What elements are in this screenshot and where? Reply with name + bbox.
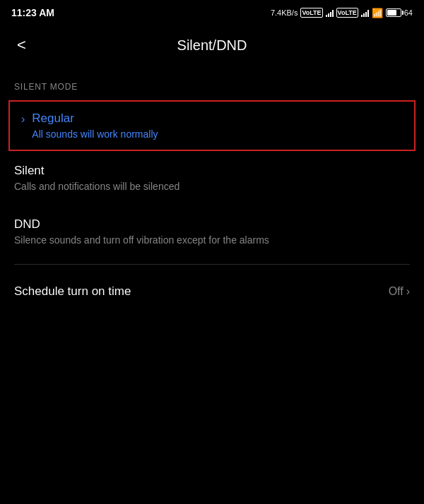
option-regular[interactable]: › Regular All sounds will work normally — [8, 100, 416, 151]
silent-subtitle: Calls and notifications will be silenced — [14, 181, 410, 192]
dnd-title: DND — [14, 217, 410, 232]
silent-title: Silent — [14, 164, 410, 178]
header: < Silent/DND — [0, 25, 424, 65]
status-bar: 11:23 AM 7.4KB/s VoLTE VoLTE 📶 64 — [0, 0, 424, 25]
regular-option-text: Regular All sounds will work normally — [32, 112, 158, 140]
regular-subtitle: All sounds will work normally — [32, 128, 158, 140]
schedule-value: Off — [389, 285, 404, 298]
dnd-subtitle: Silence sounds and turn off vibration ex… — [14, 234, 410, 246]
schedule-label: Schedule turn on time — [14, 284, 131, 299]
page-title: Silent/DND — [177, 37, 247, 54]
silent-option-text: Silent Calls and notifications will be s… — [14, 164, 410, 192]
volte-badge-2: VoLTE — [336, 8, 358, 18]
dnd-option-text: DND Silence sounds and turn off vibratio… — [14, 217, 410, 246]
schedule-chevron-icon: › — [406, 285, 410, 298]
option-dnd[interactable]: DND Silence sounds and turn off vibratio… — [0, 205, 424, 258]
signal-strength-2 — [361, 8, 369, 17]
schedule-item[interactable]: Schedule turn on time Off › — [0, 270, 424, 313]
status-right: 7.4KB/s VoLTE VoLTE 📶 64 — [271, 8, 413, 18]
signal-strength-1 — [326, 8, 334, 17]
wifi-icon: 📶 — [372, 8, 383, 18]
back-button[interactable]: < — [11, 33, 32, 57]
silent-mode-section-label: SILENT MODE — [0, 76, 424, 100]
regular-title: Regular — [32, 112, 158, 126]
schedule-value-group: Off › — [389, 285, 410, 298]
battery-level: 64 — [404, 8, 413, 17]
divider — [14, 264, 410, 265]
volte-badge-1: VoLTE — [300, 8, 322, 18]
network-speed: 7.4KB/s — [271, 8, 298, 17]
regular-chevron-icon: › — [21, 113, 25, 126]
status-time: 11:23 AM — [11, 7, 54, 18]
content: SILENT MODE › Regular All sounds will wo… — [0, 65, 424, 324]
battery-icon — [386, 8, 401, 17]
option-silent[interactable]: Silent Calls and notifications will be s… — [0, 151, 424, 205]
